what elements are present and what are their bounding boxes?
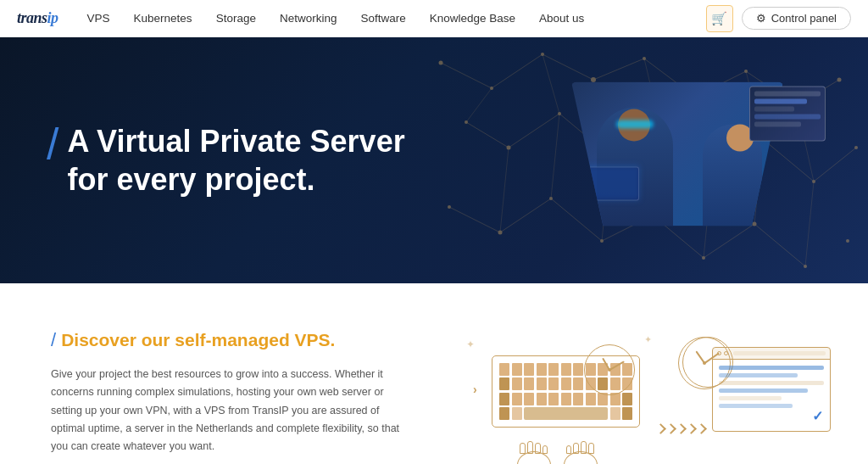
- svg-line-36: [509, 114, 559, 148]
- hands-illustration: [496, 428, 636, 464]
- nav-item-about-us[interactable]: About us: [527, 8, 596, 28]
- nav-item-knowledge-base[interactable]: Knowledge Base: [418, 8, 527, 28]
- prompt-arrow-icon: ›: [473, 383, 477, 396]
- hero-title-line1: A Virtual Private Server: [67, 122, 404, 160]
- nav-right: 🛒 ⚙ Control panel: [706, 5, 851, 32]
- logo[interactable]: transip: [17, 9, 58, 27]
- cart-icon: 🛒: [711, 11, 727, 26]
- hero-section: / A Virtual Private Server for every pro…: [0, 37, 868, 283]
- checkmark-icon: ✓: [812, 408, 823, 424]
- browser-illustration: ✓: [712, 347, 831, 432]
- content-section: / Discover our self-managed VPS. Give yo…: [0, 283, 868, 464]
- svg-line-35: [466, 122, 509, 148]
- svg-line-50: [449, 207, 500, 232]
- nav-item-software[interactable]: Software: [348, 8, 417, 28]
- control-panel-button[interactable]: ⚙ Control panel: [742, 7, 851, 30]
- svg-line-27: [441, 63, 492, 88]
- svg-line-43: [466, 88, 492, 122]
- cart-button[interactable]: 🛒: [706, 5, 733, 32]
- nav-item-storage[interactable]: Storage: [204, 8, 268, 28]
- nav-items: VPS Kubernetes Storage Networking Softwa…: [75, 8, 706, 28]
- svg-line-28: [492, 54, 542, 88]
- svg-point-26: [846, 239, 849, 243]
- gear-deco-1: ✦: [466, 338, 475, 350]
- nav-item-networking[interactable]: Networking: [268, 8, 349, 28]
- svg-line-42: [814, 148, 856, 182]
- svg-line-58: [551, 114, 559, 198]
- hero-image: [571, 82, 809, 239]
- content-right: ›: [466, 330, 831, 464]
- svg-line-44: [542, 54, 559, 114]
- nav-item-kubernetes[interactable]: Kubernetes: [122, 8, 204, 28]
- chevrons-illustration: [657, 425, 705, 433]
- section-title-container: / Discover our self-managed VPS.: [51, 330, 432, 350]
- hero-text: / A Virtual Private Server for every pro…: [47, 122, 405, 198]
- section-title: Discover our self-managed VPS.: [61, 330, 335, 350]
- hero-title-line2: for every project.: [67, 160, 404, 198]
- svg-line-51: [500, 198, 551, 232]
- gear-icon: ⚙: [756, 12, 766, 25]
- svg-line-57: [500, 148, 509, 232]
- section-body: Give your project the best resources to …: [51, 366, 407, 456]
- illustration: ›: [466, 330, 831, 464]
- control-panel-label: Control panel: [771, 12, 837, 25]
- section-slash: /: [51, 331, 56, 349]
- gear-deco-3: ✦: [644, 334, 652, 345]
- svg-line-29: [542, 54, 593, 80]
- nav-item-vps[interactable]: VPS: [75, 8, 122, 28]
- logo-text: transip: [17, 9, 58, 27]
- hero-slash: /: [47, 122, 58, 166]
- content-left: / Discover our self-managed VPS. Give yo…: [51, 330, 432, 464]
- svg-line-30: [593, 59, 644, 80]
- navbar: transip VPS Kubernetes Storage Networkin…: [0, 0, 868, 37]
